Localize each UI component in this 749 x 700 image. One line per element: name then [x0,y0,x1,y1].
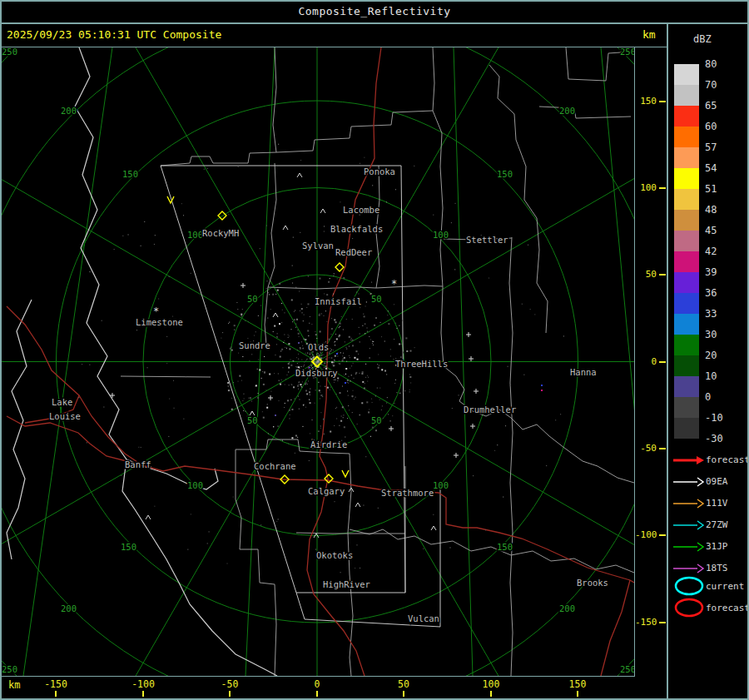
radar-echo-speck [355,397,356,398]
radar-echo-speck [354,357,355,359]
radar-echo-speck [333,350,334,350]
radar-echo-speck [362,371,364,373]
radar-echo-speck [147,367,148,368]
radar-echo-speck [296,357,297,358]
radar-echo-speck [290,365,292,366]
radar-echo-speck [244,398,245,399]
provincial-divide [7,300,32,559]
ring-distance-label: 100 [187,480,203,490]
colorbar-swatch [674,397,699,418]
colorbar-swatch [674,335,699,355]
radar-echo-speck [236,302,237,303]
radar-echo-speck [310,356,311,357]
radar-echo-speck [309,460,310,461]
radar-echo-speck [138,447,139,448]
radar-echo-speck [367,327,368,328]
radar-echo-speck [336,394,337,395]
ring-distance-label: 200 [559,603,575,613]
ring-distance-label: 150 [497,542,513,552]
colorbar-tick-label: 36 [705,287,738,299]
radar-echo-speck [522,304,523,305]
radar-echo-speck [342,406,344,408]
radar-echo-speck [381,410,382,410]
radar-echo-speck [365,456,366,457]
radar-echo-speck [234,330,235,330]
radar-echo-speck [459,395,459,395]
colorbar-tick-label: 60 [705,121,738,132]
radar-echo-speck [345,382,346,384]
radial-line [0,362,317,595]
radar-echo-speck [351,338,352,339]
radar-echo-speck [301,304,302,305]
radar-echo-speck [245,313,246,314]
radar-echo-speck [321,364,322,365]
radar-echo-speck [320,395,322,396]
radar-echo-speck [297,385,299,387]
radar-echo-speck [305,383,306,385]
radar-echo-speck [324,363,325,365]
radar-echo-speck [349,355,350,356]
radar-echo-speck [281,322,282,323]
radar-echo-speck [78,397,79,398]
ring-distance-label: 50 [371,294,382,304]
radar-echo-speck [102,320,102,321]
radar-echo-speck [330,278,330,279]
legend-shape-label: current [706,581,744,592]
ring-distance-label: 100 [433,230,449,240]
radar-echo-speck [340,352,341,353]
radar-echo-speck [233,497,234,498]
radar-echo-speck [335,501,335,502]
colorbar-swatch [674,231,699,251]
map-top-border [0,47,668,47]
radar-echo-speck [390,349,391,350]
radar-echo-speck [264,356,265,357]
radar-echo-speck [494,450,495,451]
radar-echo-speck [238,381,239,382]
radar-echo-speck [300,310,300,311]
radar-echo-speck [222,332,223,333]
radar-echo-speck [277,336,278,337]
colorbar-swatch [674,355,699,376]
radar-echo-speck [317,360,319,362]
city-label: Vulcan [408,613,439,623]
radar-echo-speck [346,361,347,362]
radar-echo-speck [288,371,289,372]
radar-echo-speck [310,316,310,317]
radar-echo-speck [370,357,370,358]
radar-echo-speck [505,425,506,426]
sidebar: dBZ 807065605754514845423936333020100-10… [668,23,749,699]
radar-echo-speck [351,365,352,366]
radar-echo-speck [241,314,242,315]
ring-distance-label: 150 [121,542,136,552]
radar-echo-speck [329,357,330,358]
radar-echo-speck [267,404,268,405]
radar-echo-speck [357,424,358,424]
radar-echo-speck [247,338,248,339]
radar-echo-speck [248,321,249,322]
radar-echo-speck [450,547,451,548]
radar-echo-speck [310,358,311,360]
radar-echo-speck [379,400,380,400]
radar-echo-speck [89,365,90,365]
colorbar-swatch [674,85,699,106]
radar-echo-speck [388,310,389,311]
radar-echo-speck [267,280,268,281]
city-label: RockyMH [202,228,239,238]
colorbar-tick-label: 45 [705,225,738,236]
radar-echo-speck [122,236,123,236]
radar-echo-speck [282,310,283,310]
radar-echo-speck [378,367,379,369]
radar-echo-speck [263,384,265,385]
radar-echo-speck [546,465,547,466]
radar-echo-speck [275,355,275,355]
radar-echo-speck [282,440,283,441]
radar-echo-speck [277,333,278,334]
radar-echo-speck [380,322,381,323]
radar-echo-speck [228,323,229,324]
radar-echo-speck [359,288,360,289]
radar-echo-speck [346,349,347,350]
radar-echo-speck [315,334,317,335]
radar-echo-speck [365,333,365,334]
radar-echo-speck [330,387,331,388]
county-boundary [350,529,634,573]
